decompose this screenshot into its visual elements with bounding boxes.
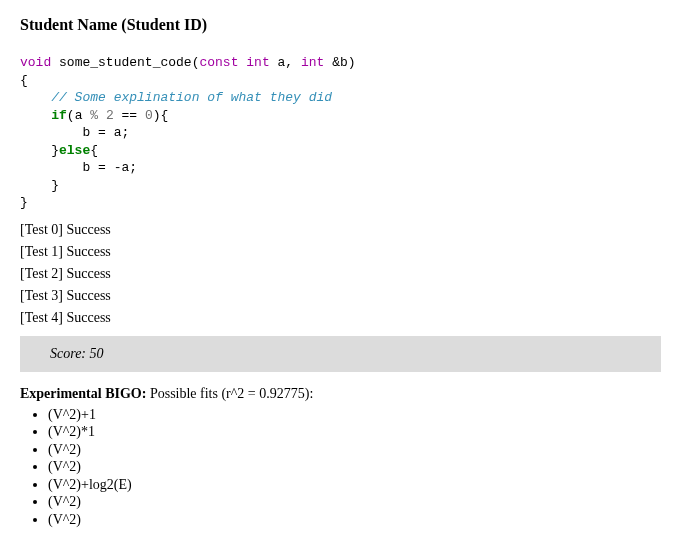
literal-0: 0	[145, 108, 153, 123]
eq-op: ==	[122, 108, 138, 123]
param-b: &b	[332, 55, 348, 70]
percent-op: %	[90, 108, 98, 123]
keyword-int: int	[301, 55, 324, 70]
cond-var-a: a	[75, 108, 83, 123]
keyword-void: void	[20, 55, 51, 70]
page-title: Student Name (Student ID)	[20, 16, 661, 34]
test-status: Success	[66, 244, 110, 259]
list-item: (V^2)	[48, 441, 661, 459]
score-value: Score: 50	[26, 346, 104, 361]
test-status: Success	[66, 310, 110, 325]
bigo-suffix: Possible fits (r^2 = 0.92775):	[146, 386, 313, 401]
test-label: [Test 2]	[20, 266, 63, 281]
keyword-else: else	[59, 143, 90, 158]
test-status: Success	[66, 288, 110, 303]
test-result-row: [Test 3] Success	[20, 288, 661, 304]
list-item: (V^2)	[48, 493, 661, 511]
test-label: [Test 0]	[20, 222, 63, 237]
keyword-int: int	[246, 55, 269, 70]
code-comment: // Some explination of what they did	[51, 90, 332, 105]
stmt-assign-1: b = a;	[82, 125, 129, 140]
test-result-row: [Test 4] Success	[20, 310, 661, 326]
bigo-heading: Experimental BIGO: Possible fits (r^2 = …	[20, 386, 661, 402]
test-label: [Test 4]	[20, 310, 63, 325]
test-label: [Test 1]	[20, 244, 63, 259]
keyword-if: if	[51, 108, 67, 123]
list-item: (V^2)+1	[48, 406, 661, 424]
function-name: some_student_code	[59, 55, 192, 70]
list-item: (V^2)*1	[48, 423, 661, 441]
test-status: Success	[66, 266, 110, 281]
test-result-row: [Test 0] Success	[20, 222, 661, 238]
list-item: (V^2)	[48, 458, 661, 476]
list-item: (V^2)+log2(E)	[48, 476, 661, 494]
keyword-const: const	[199, 55, 238, 70]
code-block: void some_student_code(const int a, int …	[20, 54, 661, 212]
stmt-assign-2: b = -a;	[82, 160, 137, 175]
score-panel: Score: 50	[20, 336, 661, 372]
test-result-row: [Test 2] Success	[20, 266, 661, 282]
list-item: (V^2)	[48, 511, 661, 529]
bigo-label: Experimental BIGO:	[20, 386, 146, 401]
literal-2: 2	[106, 108, 114, 123]
test-label: [Test 3]	[20, 288, 63, 303]
bigo-fit-list: (V^2)+1 (V^2)*1 (V^2) (V^2) (V^2)+log2(E…	[20, 406, 661, 529]
test-result-row: [Test 1] Success	[20, 244, 661, 260]
test-status: Success	[66, 222, 110, 237]
param-a: a	[278, 55, 286, 70]
